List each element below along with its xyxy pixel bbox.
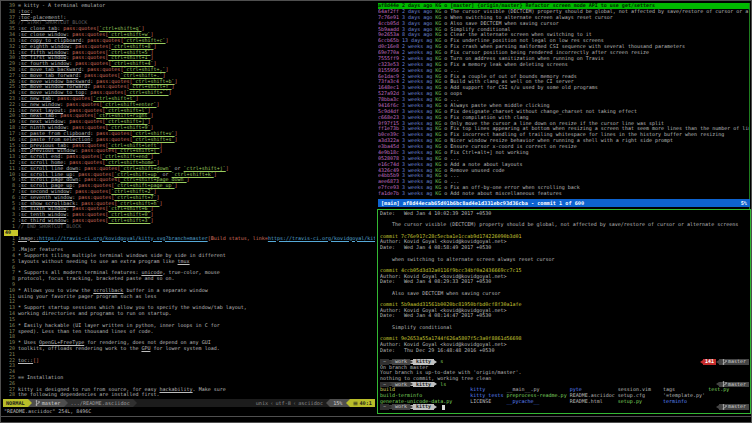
tig-commit-browser-pane[interactable]: af8d44e 2 days ago KG o [master] {origin… (378, 3, 750, 199)
git-branch-icon (35, 400, 40, 406)
exit-status-badge: 141 (703, 359, 716, 365)
shell-prompt-line[interactable]: ~workkittymaster (380, 404, 749, 410)
line-number: 28 (4, 392, 18, 398)
kitty-terminal-window: 39= kitty - A terminal emulator38:toc:37… (0, 0, 752, 423)
vim-mode-indicator: NORMAL (3, 399, 28, 407)
lines-icon (353, 401, 358, 406)
prompt-dir-segment: work (392, 404, 410, 410)
prompt-git-branch: master (719, 404, 749, 410)
statusline-scroll-percent: 15% (330, 399, 345, 407)
tig-scroll-percent: 5% (741, 200, 747, 206)
statusline-fileinfo: unix ‹ utf-8 ‹ asciidoc (253, 399, 326, 407)
tig-statusbar: [main] af8d44ecab65d01b6bc8ad4e1d331ebc9… (378, 199, 750, 207)
statusline-filename: .../README.asciidoc (68, 399, 133, 407)
shell-pane[interactable]: Date: Wed Jan 4 10:02:39 2017 +0530 The … (380, 211, 749, 412)
shell-output-line: The cursor visible (DECTCEM) property sh… (380, 222, 749, 228)
tig-statusbar-text: [main] af8d44ecab65d01b6bc8ad4e1d331ebc9… (381, 200, 584, 206)
git-branch-icon (722, 404, 727, 410)
buffer-line[interactable]: 28the following dependencies are install… (4, 392, 375, 398)
git-branch-icon (722, 359, 727, 365)
prompt-git-branch: master (719, 359, 749, 365)
terminal-cursor (442, 405, 445, 410)
vim-editor-pane[interactable]: 39= kitty - A terminal emulator38:toc:37… (4, 3, 375, 399)
powerline-separator (434, 405, 437, 409)
tig-pane-right-border (749, 3, 750, 209)
prompt-home-segment: ~ (380, 404, 389, 410)
shell-command-text[interactable]: s (437, 359, 443, 365)
vim-command-line[interactable]: "README.asciidoc" 254L, 8496C (4, 408, 375, 415)
prompt-cwd-segment: kitty (413, 404, 434, 410)
vim-statusline: NORMAL master .../README.asciidoc unix ‹… (3, 399, 375, 407)
buffer-line[interactable]: 1image::https://travis-ci.org/kovidgoyal… (4, 236, 375, 242)
window-frame-bottom (1, 416, 752, 417)
statusline-cursor-position: 40:1 (350, 399, 376, 407)
commit-row[interactable]: fa1de7b 3 weeks ag KG o Add note about m… (378, 191, 750, 197)
statusline-git-branch: master (32, 399, 64, 407)
